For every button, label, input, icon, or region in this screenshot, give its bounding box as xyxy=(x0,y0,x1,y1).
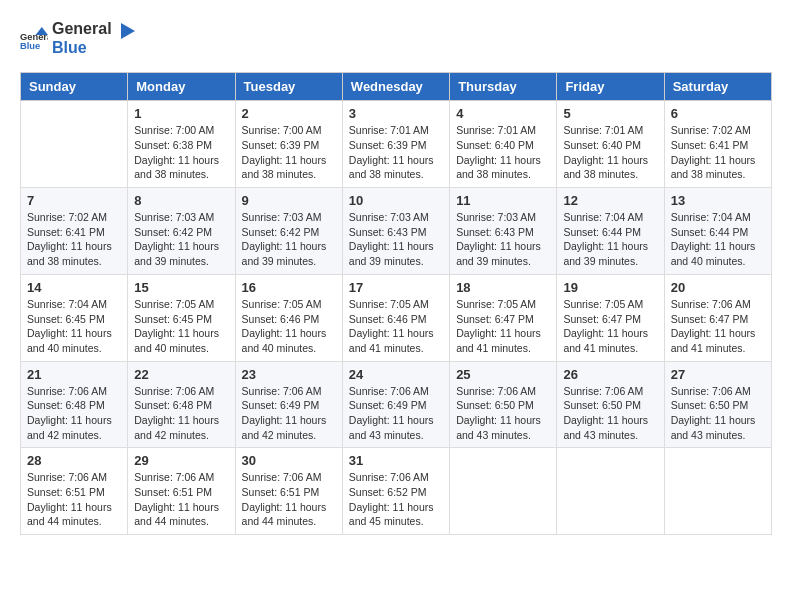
calendar-cell xyxy=(664,448,771,535)
week-row-1: 1Sunrise: 7:00 AMSunset: 6:38 PMDaylight… xyxy=(21,101,772,188)
day-number: 22 xyxy=(134,367,228,382)
week-row-5: 28Sunrise: 7:06 AMSunset: 6:51 PMDayligh… xyxy=(21,448,772,535)
calendar-cell xyxy=(450,448,557,535)
calendar-cell: 24Sunrise: 7:06 AMSunset: 6:49 PMDayligh… xyxy=(342,361,449,448)
day-number: 28 xyxy=(27,453,121,468)
day-number: 17 xyxy=(349,280,443,295)
calendar-cell: 7Sunrise: 7:02 AMSunset: 6:41 PMDaylight… xyxy=(21,188,128,275)
calendar-cell: 20Sunrise: 7:06 AMSunset: 6:47 PMDayligh… xyxy=(664,274,771,361)
day-number: 15 xyxy=(134,280,228,295)
week-row-2: 7Sunrise: 7:02 AMSunset: 6:41 PMDaylight… xyxy=(21,188,772,275)
weekday-header-tuesday: Tuesday xyxy=(235,73,342,101)
logo: General Blue General Blue xyxy=(20,20,135,56)
week-row-3: 14Sunrise: 7:04 AMSunset: 6:45 PMDayligh… xyxy=(21,274,772,361)
day-number: 13 xyxy=(671,193,765,208)
day-info: Sunrise: 7:00 AMSunset: 6:39 PMDaylight:… xyxy=(242,123,336,182)
weekday-header-monday: Monday xyxy=(128,73,235,101)
day-info: Sunrise: 7:06 AMSunset: 6:47 PMDaylight:… xyxy=(671,297,765,356)
calendar-cell: 2Sunrise: 7:00 AMSunset: 6:39 PMDaylight… xyxy=(235,101,342,188)
calendar-cell: 30Sunrise: 7:06 AMSunset: 6:51 PMDayligh… xyxy=(235,448,342,535)
day-info: Sunrise: 7:06 AMSunset: 6:48 PMDaylight:… xyxy=(134,384,228,443)
calendar-cell: 31Sunrise: 7:06 AMSunset: 6:52 PMDayligh… xyxy=(342,448,449,535)
calendar-cell: 29Sunrise: 7:06 AMSunset: 6:51 PMDayligh… xyxy=(128,448,235,535)
logo-triangle-icon xyxy=(117,21,135,39)
day-number: 12 xyxy=(563,193,657,208)
day-info: Sunrise: 7:06 AMSunset: 6:49 PMDaylight:… xyxy=(349,384,443,443)
calendar-cell: 1Sunrise: 7:00 AMSunset: 6:38 PMDaylight… xyxy=(128,101,235,188)
day-info: Sunrise: 7:05 AMSunset: 6:45 PMDaylight:… xyxy=(134,297,228,356)
calendar-cell: 8Sunrise: 7:03 AMSunset: 6:42 PMDaylight… xyxy=(128,188,235,275)
day-number: 26 xyxy=(563,367,657,382)
weekday-header-sunday: Sunday xyxy=(21,73,128,101)
day-number: 25 xyxy=(456,367,550,382)
day-number: 1 xyxy=(134,106,228,121)
day-number: 6 xyxy=(671,106,765,121)
calendar-cell: 14Sunrise: 7:04 AMSunset: 6:45 PMDayligh… xyxy=(21,274,128,361)
day-info: Sunrise: 7:01 AMSunset: 6:40 PMDaylight:… xyxy=(563,123,657,182)
logo-general: General xyxy=(52,20,112,37)
day-number: 24 xyxy=(349,367,443,382)
day-number: 19 xyxy=(563,280,657,295)
day-number: 18 xyxy=(456,280,550,295)
day-number: 27 xyxy=(671,367,765,382)
day-number: 14 xyxy=(27,280,121,295)
day-info: Sunrise: 7:06 AMSunset: 6:49 PMDaylight:… xyxy=(242,384,336,443)
day-info: Sunrise: 7:03 AMSunset: 6:42 PMDaylight:… xyxy=(134,210,228,269)
day-info: Sunrise: 7:02 AMSunset: 6:41 PMDaylight:… xyxy=(671,123,765,182)
calendar-cell: 6Sunrise: 7:02 AMSunset: 6:41 PMDaylight… xyxy=(664,101,771,188)
day-number: 3 xyxy=(349,106,443,121)
day-number: 23 xyxy=(242,367,336,382)
calendar-table: SundayMondayTuesdayWednesdayThursdayFrid… xyxy=(20,72,772,535)
calendar-cell: 26Sunrise: 7:06 AMSunset: 6:50 PMDayligh… xyxy=(557,361,664,448)
day-number: 31 xyxy=(349,453,443,468)
day-info: Sunrise: 7:06 AMSunset: 6:51 PMDaylight:… xyxy=(134,470,228,529)
day-info: Sunrise: 7:01 AMSunset: 6:39 PMDaylight:… xyxy=(349,123,443,182)
calendar-cell: 16Sunrise: 7:05 AMSunset: 6:46 PMDayligh… xyxy=(235,274,342,361)
calendar-cell: 22Sunrise: 7:06 AMSunset: 6:48 PMDayligh… xyxy=(128,361,235,448)
day-info: Sunrise: 7:02 AMSunset: 6:41 PMDaylight:… xyxy=(27,210,121,269)
day-number: 4 xyxy=(456,106,550,121)
header: General Blue General Blue xyxy=(20,20,772,56)
calendar-cell: 25Sunrise: 7:06 AMSunset: 6:50 PMDayligh… xyxy=(450,361,557,448)
day-info: Sunrise: 7:04 AMSunset: 6:45 PMDaylight:… xyxy=(27,297,121,356)
calendar-cell: 17Sunrise: 7:05 AMSunset: 6:46 PMDayligh… xyxy=(342,274,449,361)
day-number: 30 xyxy=(242,453,336,468)
day-info: Sunrise: 7:03 AMSunset: 6:43 PMDaylight:… xyxy=(349,210,443,269)
day-info: Sunrise: 7:01 AMSunset: 6:40 PMDaylight:… xyxy=(456,123,550,182)
calendar-cell: 12Sunrise: 7:04 AMSunset: 6:44 PMDayligh… xyxy=(557,188,664,275)
day-info: Sunrise: 7:03 AMSunset: 6:43 PMDaylight:… xyxy=(456,210,550,269)
calendar-cell: 18Sunrise: 7:05 AMSunset: 6:47 PMDayligh… xyxy=(450,274,557,361)
logo-blue: Blue xyxy=(52,39,135,57)
calendar-cell: 23Sunrise: 7:06 AMSunset: 6:49 PMDayligh… xyxy=(235,361,342,448)
day-info: Sunrise: 7:06 AMSunset: 6:50 PMDaylight:… xyxy=(671,384,765,443)
day-number: 10 xyxy=(349,193,443,208)
weekday-header-friday: Friday xyxy=(557,73,664,101)
logo-icon: General Blue xyxy=(20,24,48,52)
day-info: Sunrise: 7:05 AMSunset: 6:46 PMDaylight:… xyxy=(242,297,336,356)
day-number: 2 xyxy=(242,106,336,121)
day-number: 5 xyxy=(563,106,657,121)
calendar-cell xyxy=(557,448,664,535)
day-info: Sunrise: 7:05 AMSunset: 6:47 PMDaylight:… xyxy=(563,297,657,356)
calendar-cell: 13Sunrise: 7:04 AMSunset: 6:44 PMDayligh… xyxy=(664,188,771,275)
day-info: Sunrise: 7:04 AMSunset: 6:44 PMDaylight:… xyxy=(563,210,657,269)
day-number: 11 xyxy=(456,193,550,208)
calendar-cell xyxy=(21,101,128,188)
weekday-header-thursday: Thursday xyxy=(450,73,557,101)
svg-text:Blue: Blue xyxy=(20,41,40,51)
weekday-header-saturday: Saturday xyxy=(664,73,771,101)
calendar-cell: 15Sunrise: 7:05 AMSunset: 6:45 PMDayligh… xyxy=(128,274,235,361)
day-number: 21 xyxy=(27,367,121,382)
day-number: 7 xyxy=(27,193,121,208)
day-number: 16 xyxy=(242,280,336,295)
calendar-cell: 11Sunrise: 7:03 AMSunset: 6:43 PMDayligh… xyxy=(450,188,557,275)
day-info: Sunrise: 7:05 AMSunset: 6:46 PMDaylight:… xyxy=(349,297,443,356)
weekday-header-wednesday: Wednesday xyxy=(342,73,449,101)
day-info: Sunrise: 7:06 AMSunset: 6:50 PMDaylight:… xyxy=(563,384,657,443)
svg-marker-3 xyxy=(121,23,135,39)
calendar-cell: 4Sunrise: 7:01 AMSunset: 6:40 PMDaylight… xyxy=(450,101,557,188)
calendar-cell: 3Sunrise: 7:01 AMSunset: 6:39 PMDaylight… xyxy=(342,101,449,188)
day-info: Sunrise: 7:06 AMSunset: 6:48 PMDaylight:… xyxy=(27,384,121,443)
day-number: 20 xyxy=(671,280,765,295)
day-number: 29 xyxy=(134,453,228,468)
